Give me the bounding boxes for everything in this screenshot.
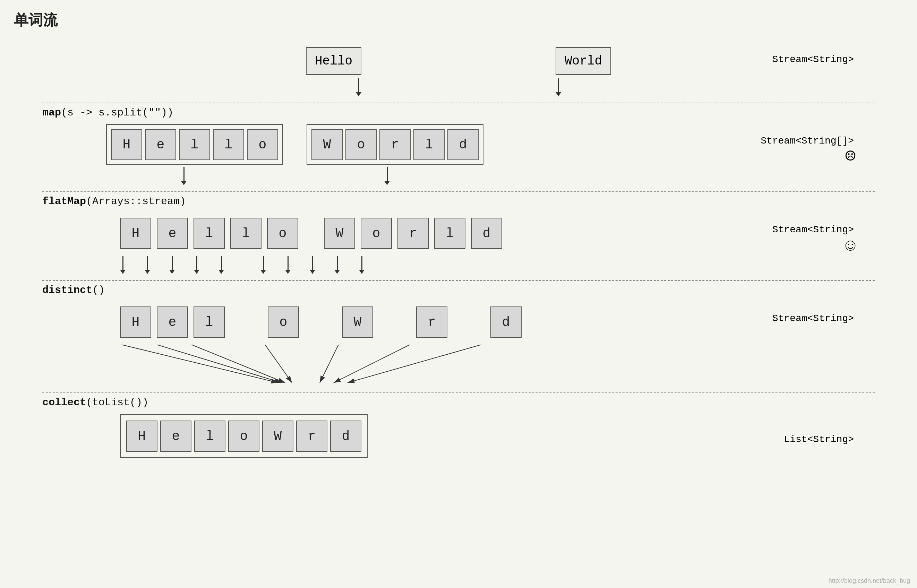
fm-w: W (324, 218, 355, 249)
fm-r: r (398, 218, 429, 249)
hello-arrow-2 (181, 167, 187, 185)
flatmap-stream-type: Stream<String> (772, 224, 854, 235)
collect-stream-type: List<String> (784, 434, 854, 445)
fm-e: e (157, 218, 188, 249)
distinct-boxes: H e l o W r d (119, 305, 523, 339)
diagram: Hello World Stream<String> map(s -> s.sp… (42, 40, 875, 467)
distinct-op-label: distinct() (42, 284, 875, 296)
hello-arrow-1 (356, 78, 361, 96)
hello-group-box: H e l l o (106, 124, 283, 165)
map-op-label: map(s -> s.split("")) (42, 107, 875, 119)
fm-arrow-o2 (285, 256, 291, 274)
col-d: d (330, 420, 361, 452)
world-box: World (556, 47, 611, 75)
dist-w: W (342, 307, 373, 338)
svg-line-4 (265, 345, 292, 383)
fm-l1: l (194, 218, 225, 249)
collect-group-box: H e l o W r d (120, 414, 368, 458)
map-l2: l (213, 129, 244, 160)
col-o: o (228, 420, 259, 452)
hello-source: Hello (306, 47, 361, 75)
converge-svg (42, 345, 875, 386)
map-o2: o (345, 129, 377, 160)
fm-arrow-h (120, 256, 126, 274)
map-l3: l (413, 129, 445, 160)
fm-h: H (120, 218, 151, 249)
map-groups: H e l l o W o r l d (105, 123, 485, 166)
collect-group: H e l o W r d (119, 413, 369, 459)
world-group-box: W o r l d (307, 124, 484, 165)
svg-line-7 (348, 345, 481, 383)
map-o: o (247, 129, 278, 160)
dist-o: o (268, 307, 299, 338)
col-r: r (296, 420, 327, 452)
svg-line-3 (191, 345, 285, 383)
fm-o2: o (361, 218, 392, 249)
map-l1: l (179, 129, 210, 160)
fm-arrow-w (260, 256, 266, 274)
flatmap-boxes: H e l l o W o r l d (119, 216, 504, 250)
map-emoji: ☹ (845, 146, 856, 167)
page-title: 单词流 (14, 10, 903, 30)
dist-e: e (157, 307, 188, 338)
divider-1 (42, 103, 875, 103)
divider-3 (42, 280, 875, 281)
map-h: H (111, 129, 142, 160)
fm-l3: l (434, 218, 466, 249)
divider-4 (42, 393, 875, 393)
source-section: Hello World Stream<String> (42, 40, 875, 78)
dist-r: r (416, 307, 447, 338)
col-w: W (262, 420, 293, 452)
fm-arrow-o (218, 256, 224, 274)
source-stream-type: Stream<String> (772, 54, 854, 65)
converge-arrows (42, 345, 875, 386)
watermark: http://blog.csdn.net/back_bug (828, 577, 910, 585)
distinct-stream-type: Stream<String> (772, 313, 854, 324)
map-r: r (379, 129, 411, 160)
map-w: W (311, 129, 343, 160)
fm-arrow-l3 (334, 256, 340, 274)
fm-o: o (267, 218, 298, 249)
fm-arrow-e (145, 256, 150, 274)
distinct-section-content: H e l o W r d Stream<String> (42, 300, 875, 345)
fm-arrow-d (359, 256, 364, 274)
svg-line-2 (157, 345, 281, 383)
fm-arrow-r (310, 256, 315, 274)
map-d: d (447, 129, 479, 160)
fm-d: d (471, 218, 502, 249)
world-source: World (556, 47, 611, 75)
svg-line-1 (121, 345, 278, 383)
map-stream-type: Stream<String[]> (760, 136, 854, 146)
hello-box: Hello (306, 47, 361, 75)
collect-section: H e l o W r d List<String> (42, 412, 875, 467)
col-e: e (160, 420, 191, 452)
flatmap-op-label: flatMap(Arrays::stream) (42, 195, 875, 207)
divider-2 (42, 191, 875, 192)
fm-arrow-l1 (169, 256, 175, 274)
collect-op-label: collect(toList()) (42, 397, 875, 409)
world-arrow-2 (384, 167, 390, 185)
dist-l: l (194, 307, 225, 338)
world-arrow-1 (556, 78, 561, 96)
svg-line-6 (334, 345, 410, 383)
flatmap-emoji: ☺ (845, 236, 856, 256)
col-h: H (126, 420, 157, 452)
col-l: l (194, 420, 225, 452)
dist-h: H (120, 307, 151, 338)
map-e: e (145, 129, 176, 160)
fm-l2: l (230, 218, 262, 249)
fm-arrow-l2 (194, 256, 199, 274)
dist-d: d (490, 307, 522, 338)
svg-line-5 (320, 345, 338, 383)
